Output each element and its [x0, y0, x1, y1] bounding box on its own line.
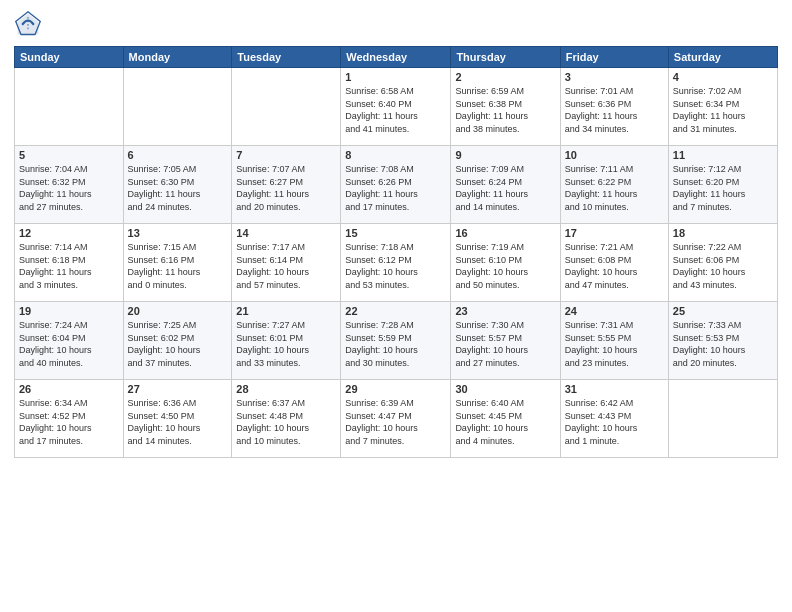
week-row-4: 19Sunrise: 7:24 AM Sunset: 6:04 PM Dayli… [15, 302, 778, 380]
day-number: 12 [19, 227, 119, 239]
calendar-cell: 11Sunrise: 7:12 AM Sunset: 6:20 PM Dayli… [668, 146, 777, 224]
day-info: Sunrise: 6:42 AM Sunset: 4:43 PM Dayligh… [565, 397, 664, 447]
day-number: 25 [673, 305, 773, 317]
day-number: 9 [455, 149, 555, 161]
day-info: Sunrise: 6:36 AM Sunset: 4:50 PM Dayligh… [128, 397, 228, 447]
day-number: 3 [565, 71, 664, 83]
weekday-header-wednesday: Wednesday [341, 47, 451, 68]
day-info: Sunrise: 6:39 AM Sunset: 4:47 PM Dayligh… [345, 397, 446, 447]
calendar-cell: 26Sunrise: 6:34 AM Sunset: 4:52 PM Dayli… [15, 380, 124, 458]
day-info: Sunrise: 7:05 AM Sunset: 6:30 PM Dayligh… [128, 163, 228, 213]
day-number: 14 [236, 227, 336, 239]
day-number: 11 [673, 149, 773, 161]
day-info: Sunrise: 7:07 AM Sunset: 6:27 PM Dayligh… [236, 163, 336, 213]
day-info: Sunrise: 7:04 AM Sunset: 6:32 PM Dayligh… [19, 163, 119, 213]
calendar-cell: 17Sunrise: 7:21 AM Sunset: 6:08 PM Dayli… [560, 224, 668, 302]
day-number: 30 [455, 383, 555, 395]
day-info: Sunrise: 7:25 AM Sunset: 6:02 PM Dayligh… [128, 319, 228, 369]
day-info: Sunrise: 7:30 AM Sunset: 5:57 PM Dayligh… [455, 319, 555, 369]
calendar-cell [668, 380, 777, 458]
day-number: 17 [565, 227, 664, 239]
day-number: 21 [236, 305, 336, 317]
calendar-table: SundayMondayTuesdayWednesdayThursdayFrid… [14, 46, 778, 458]
day-number: 27 [128, 383, 228, 395]
day-number: 31 [565, 383, 664, 395]
day-info: Sunrise: 6:34 AM Sunset: 4:52 PM Dayligh… [19, 397, 119, 447]
calendar-cell: 20Sunrise: 7:25 AM Sunset: 6:02 PM Dayli… [123, 302, 232, 380]
calendar-cell: 23Sunrise: 7:30 AM Sunset: 5:57 PM Dayli… [451, 302, 560, 380]
calendar-cell [123, 68, 232, 146]
day-info: Sunrise: 7:24 AM Sunset: 6:04 PM Dayligh… [19, 319, 119, 369]
calendar-cell: 21Sunrise: 7:27 AM Sunset: 6:01 PM Dayli… [232, 302, 341, 380]
day-info: Sunrise: 6:40 AM Sunset: 4:45 PM Dayligh… [455, 397, 555, 447]
calendar-cell [15, 68, 124, 146]
day-info: Sunrise: 7:12 AM Sunset: 6:20 PM Dayligh… [673, 163, 773, 213]
calendar-cell: 25Sunrise: 7:33 AM Sunset: 5:53 PM Dayli… [668, 302, 777, 380]
day-number: 15 [345, 227, 446, 239]
calendar-cell: 4Sunrise: 7:02 AM Sunset: 6:34 PM Daylig… [668, 68, 777, 146]
weekday-header-saturday: Saturday [668, 47, 777, 68]
weekday-header-row: SundayMondayTuesdayWednesdayThursdayFrid… [15, 47, 778, 68]
day-number: 2 [455, 71, 555, 83]
day-number: 18 [673, 227, 773, 239]
day-info: Sunrise: 7:22 AM Sunset: 6:06 PM Dayligh… [673, 241, 773, 291]
calendar-cell: 5Sunrise: 7:04 AM Sunset: 6:32 PM Daylig… [15, 146, 124, 224]
day-number: 10 [565, 149, 664, 161]
day-number: 8 [345, 149, 446, 161]
day-info: Sunrise: 7:01 AM Sunset: 6:36 PM Dayligh… [565, 85, 664, 135]
calendar-cell: 30Sunrise: 6:40 AM Sunset: 4:45 PM Dayli… [451, 380, 560, 458]
calendar-cell: 10Sunrise: 7:11 AM Sunset: 6:22 PM Dayli… [560, 146, 668, 224]
calendar-cell: 3Sunrise: 7:01 AM Sunset: 6:36 PM Daylig… [560, 68, 668, 146]
day-info: Sunrise: 6:59 AM Sunset: 6:38 PM Dayligh… [455, 85, 555, 135]
week-row-3: 12Sunrise: 7:14 AM Sunset: 6:18 PM Dayli… [15, 224, 778, 302]
calendar-cell: 12Sunrise: 7:14 AM Sunset: 6:18 PM Dayli… [15, 224, 124, 302]
day-info: Sunrise: 7:21 AM Sunset: 6:08 PM Dayligh… [565, 241, 664, 291]
calendar-cell: 29Sunrise: 6:39 AM Sunset: 4:47 PM Dayli… [341, 380, 451, 458]
day-number: 1 [345, 71, 446, 83]
day-info: Sunrise: 7:33 AM Sunset: 5:53 PM Dayligh… [673, 319, 773, 369]
calendar-cell: 6Sunrise: 7:05 AM Sunset: 6:30 PM Daylig… [123, 146, 232, 224]
calendar-cell: 31Sunrise: 6:42 AM Sunset: 4:43 PM Dayli… [560, 380, 668, 458]
day-number: 6 [128, 149, 228, 161]
calendar-cell: 22Sunrise: 7:28 AM Sunset: 5:59 PM Dayli… [341, 302, 451, 380]
day-number: 7 [236, 149, 336, 161]
calendar-cell: 24Sunrise: 7:31 AM Sunset: 5:55 PM Dayli… [560, 302, 668, 380]
calendar-cell: 28Sunrise: 6:37 AM Sunset: 4:48 PM Dayli… [232, 380, 341, 458]
day-number: 5 [19, 149, 119, 161]
day-info: Sunrise: 6:37 AM Sunset: 4:48 PM Dayligh… [236, 397, 336, 447]
day-number: 24 [565, 305, 664, 317]
day-info: Sunrise: 7:11 AM Sunset: 6:22 PM Dayligh… [565, 163, 664, 213]
calendar-cell: 13Sunrise: 7:15 AM Sunset: 6:16 PM Dayli… [123, 224, 232, 302]
logo [14, 10, 46, 38]
day-number: 4 [673, 71, 773, 83]
week-row-2: 5Sunrise: 7:04 AM Sunset: 6:32 PM Daylig… [15, 146, 778, 224]
page: SundayMondayTuesdayWednesdayThursdayFrid… [0, 0, 792, 612]
calendar-cell: 15Sunrise: 7:18 AM Sunset: 6:12 PM Dayli… [341, 224, 451, 302]
calendar-cell: 19Sunrise: 7:24 AM Sunset: 6:04 PM Dayli… [15, 302, 124, 380]
day-info: Sunrise: 7:18 AM Sunset: 6:12 PM Dayligh… [345, 241, 446, 291]
weekday-header-thursday: Thursday [451, 47, 560, 68]
day-info: Sunrise: 7:09 AM Sunset: 6:24 PM Dayligh… [455, 163, 555, 213]
day-number: 26 [19, 383, 119, 395]
weekday-header-monday: Monday [123, 47, 232, 68]
logo-icon [14, 10, 42, 38]
day-number: 16 [455, 227, 555, 239]
day-number: 19 [19, 305, 119, 317]
calendar-cell: 14Sunrise: 7:17 AM Sunset: 6:14 PM Dayli… [232, 224, 341, 302]
calendar-cell: 2Sunrise: 6:59 AM Sunset: 6:38 PM Daylig… [451, 68, 560, 146]
day-info: Sunrise: 6:58 AM Sunset: 6:40 PM Dayligh… [345, 85, 446, 135]
week-row-1: 1Sunrise: 6:58 AM Sunset: 6:40 PM Daylig… [15, 68, 778, 146]
day-info: Sunrise: 7:08 AM Sunset: 6:26 PM Dayligh… [345, 163, 446, 213]
day-info: Sunrise: 7:31 AM Sunset: 5:55 PM Dayligh… [565, 319, 664, 369]
week-row-5: 26Sunrise: 6:34 AM Sunset: 4:52 PM Dayli… [15, 380, 778, 458]
day-number: 23 [455, 305, 555, 317]
day-number: 28 [236, 383, 336, 395]
day-number: 13 [128, 227, 228, 239]
day-info: Sunrise: 7:14 AM Sunset: 6:18 PM Dayligh… [19, 241, 119, 291]
weekday-header-friday: Friday [560, 47, 668, 68]
calendar-cell: 7Sunrise: 7:07 AM Sunset: 6:27 PM Daylig… [232, 146, 341, 224]
weekday-header-tuesday: Tuesday [232, 47, 341, 68]
day-number: 20 [128, 305, 228, 317]
calendar-cell: 27Sunrise: 6:36 AM Sunset: 4:50 PM Dayli… [123, 380, 232, 458]
calendar-cell: 9Sunrise: 7:09 AM Sunset: 6:24 PM Daylig… [451, 146, 560, 224]
